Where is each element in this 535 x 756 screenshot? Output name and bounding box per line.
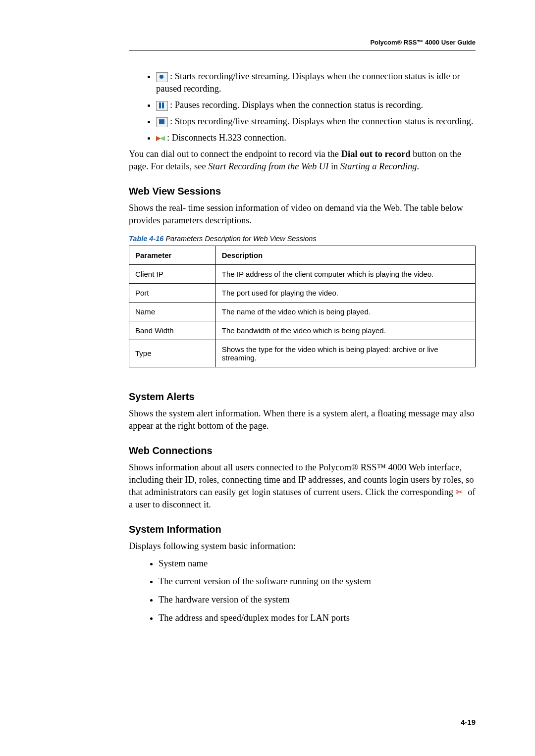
record-icon: [156, 72, 168, 82]
bullet-text: : Starts recording/live streaming. Displ…: [156, 71, 460, 94]
dialout-paragraph: You can dial out to connect the endpoint…: [129, 148, 476, 173]
text: in: [328, 161, 340, 171]
cell-desc: The name of the video which is being pla…: [215, 302, 475, 321]
cell-param: Band Width: [129, 321, 216, 340]
bold-text: Dial out to record: [341, 149, 411, 159]
list-item: : Pauses recording. Displays when the co…: [156, 99, 476, 111]
sysinfo-intro: Displays following system basic informat…: [129, 540, 476, 553]
col-header-parameter: Parameter: [129, 246, 216, 264]
table-row: Client IP The IP address of the client c…: [129, 264, 476, 283]
italic-text: Starting a Recording: [340, 161, 417, 171]
list-item: The current version of the software runn…: [159, 575, 476, 588]
bullet-text: : Pauses recording. Displays when the co…: [170, 100, 423, 110]
table-row: Port The port used for playing the video…: [129, 283, 476, 302]
section-heading-web-view: Web View Sessions: [129, 186, 476, 197]
cell-param: Client IP: [129, 264, 216, 283]
table-caption-text: Parameters Description for Web View Sess…: [163, 235, 316, 243]
recording-controls-list: : Starts recording/live streaming. Displ…: [129, 70, 476, 144]
alerts-body: Shows the system alert information. When…: [129, 407, 476, 432]
table-row: Name The name of the video which is bein…: [129, 302, 476, 321]
parameters-table: Parameter Description Client IP The IP a…: [129, 246, 476, 367]
list-item: : Stops recording/live streaming. Displa…: [156, 115, 476, 128]
cell-desc: The port used for playing the video.: [215, 283, 475, 302]
text: You can dial out to connect the endpoint…: [129, 149, 341, 159]
page-number: 4-19: [461, 718, 476, 726]
cell-desc: The bandwidth of the video which is bein…: [215, 321, 475, 340]
col-header-description: Description: [215, 246, 475, 264]
cell-param: Type: [129, 340, 216, 367]
section-heading-web-connections: Web Connections: [129, 445, 476, 456]
web-view-body: Shows the real- time session information…: [129, 202, 476, 227]
sysinfo-list: System name The current version of the s…: [129, 557, 476, 625]
cell-desc: Shows the type for the video which is be…: [215, 340, 475, 367]
table-label: Table 4-16: [129, 235, 163, 243]
bullet-text: : Disconnects H.323 connection.: [167, 133, 286, 143]
list-item: System name: [159, 557, 476, 570]
cell-desc: The IP address of the client computer wh…: [215, 264, 475, 283]
text: .: [417, 161, 419, 171]
pause-icon: [156, 101, 168, 111]
list-item: The hardware version of the system: [159, 594, 476, 606]
web-connections-body: Shows information about all users connec…: [129, 461, 476, 511]
stop-icon: [156, 117, 168, 127]
table-row: Band Width The bandwidth of the video wh…: [129, 321, 476, 340]
disconnect-icon: [156, 135, 165, 142]
table-caption: Table 4-16 Parameters Description for We…: [129, 235, 476, 243]
bullet-text: : Stops recording/live streaming. Displa…: [170, 116, 473, 126]
scissors-icon: ✂: [456, 489, 466, 497]
list-item: : Starts recording/live streaming. Displ…: [156, 70, 476, 95]
cell-param: Port: [129, 283, 216, 302]
section-heading-system-info: System Information: [129, 524, 476, 535]
list-item: : Disconnects H.323 connection.: [156, 132, 476, 144]
italic-text: Start Recording from the Web UI: [208, 161, 328, 171]
list-item: The address and speed/duplex modes for L…: [159, 612, 476, 624]
table-header-row: Parameter Description: [129, 246, 476, 264]
table-row: Type Shows the type for the video which …: [129, 340, 476, 367]
page-header: Polycom® RSS™ 4000 User Guide: [129, 39, 476, 46]
header-rule: [129, 50, 476, 50]
cell-param: Name: [129, 302, 216, 321]
text: Shows information about all users connec…: [129, 462, 474, 497]
section-heading-alerts: System Alerts: [129, 391, 476, 403]
